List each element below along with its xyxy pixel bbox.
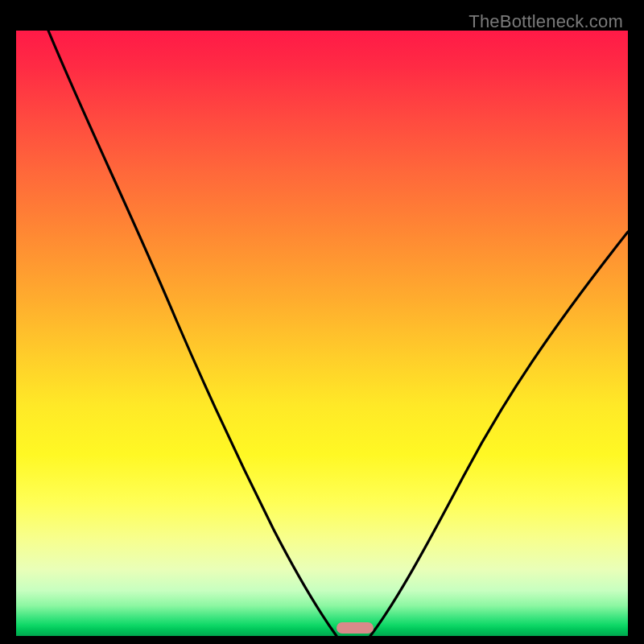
watermark-text: TheBottleneck.com — [469, 11, 623, 32]
optimal-marker — [336, 622, 374, 634]
curve-left — [48, 31, 336, 636]
curve-right — [370, 232, 628, 636]
chart-frame: TheBottleneck.com — [8, 8, 636, 636]
plot-area — [16, 31, 628, 636]
bottleneck-curve — [16, 31, 628, 636]
